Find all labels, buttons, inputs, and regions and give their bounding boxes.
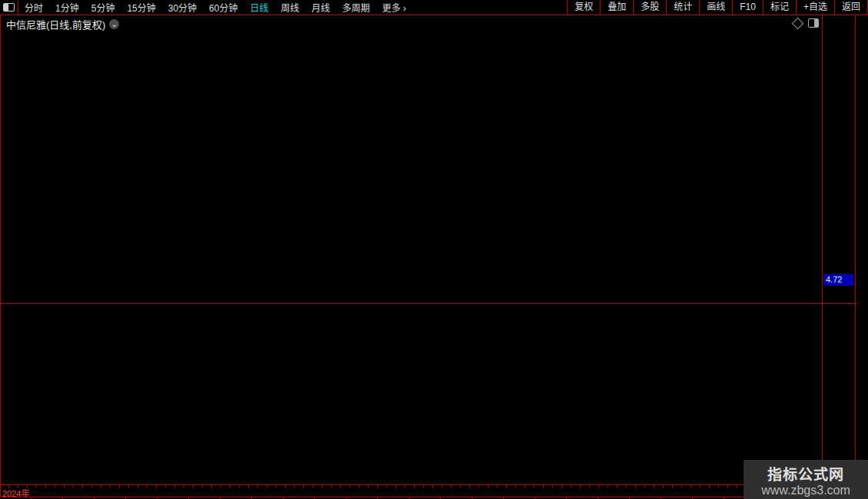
- watermark: 指标公式网 www.zbgs3.com: [744, 460, 868, 499]
- period-tab-分时[interactable]: 分时: [18, 1, 49, 14]
- watermark-url: www.zbgs3.com: [744, 484, 868, 497]
- left-border: [0, 15, 1, 497]
- split-window-icon[interactable]: [808, 18, 819, 28]
- period-tab-15分钟[interactable]: 15分钟: [121, 1, 161, 14]
- chart-title-row: 中信尼雅(日线,前复权) ⌄: [6, 17, 119, 31]
- toolbar-button-F10[interactable]: F10: [732, 0, 763, 15]
- last-price-marker: 4.72: [823, 274, 853, 286]
- indicator-chart[interactable]: [0, 304, 823, 484]
- toolbar-button-复权[interactable]: 复权: [567, 0, 600, 15]
- split-window-icon: [3, 3, 15, 12]
- candlestick-chart[interactable]: [0, 15, 823, 304]
- toolbar-button-画线[interactable]: 画线: [699, 0, 732, 15]
- chevron-down-icon[interactable]: ⌄: [109, 19, 119, 29]
- toolbar-button-统计[interactable]: 统计: [666, 0, 699, 15]
- period-tab-60分钟[interactable]: 60分钟: [203, 1, 244, 14]
- plot-axis-divider: [822, 15, 823, 485]
- page-title: 中信尼雅(日线,前复权): [6, 17, 105, 31]
- period-tab-月线[interactable]: 月线: [306, 1, 336, 14]
- toolbar-button-标记[interactable]: 标记: [763, 0, 796, 15]
- trading-app-window: 分时1分钟5分钟15分钟30分钟60分钟日线周线月线多周期更多 › 复权叠加多股…: [0, 0, 868, 499]
- top-toolbar: 分时1分钟5分钟15分钟30分钟60分钟日线周线月线多周期更多 › 复权叠加多股…: [0, 0, 868, 15]
- period-tab-多周期[interactable]: 多周期: [336, 1, 376, 14]
- toolbar-button-多股[interactable]: 多股: [633, 0, 666, 15]
- chart-corner-icons: [793, 18, 819, 28]
- toolbar-button-叠加[interactable]: 叠加: [600, 0, 633, 15]
- diamond-icon[interactable]: [792, 17, 804, 29]
- period-tab-1分钟[interactable]: 1分钟: [49, 1, 85, 14]
- period-tab-周线[interactable]: 周线: [274, 1, 305, 14]
- toolbar-actions: 复权叠加多股统计画线F10标记+自选返回: [567, 0, 868, 15]
- time-axis-ticks: [0, 485, 822, 488]
- year-label: 2024年: [2, 487, 29, 499]
- period-tab-日线[interactable]: 日线: [244, 1, 274, 14]
- period-tab-更多 ›[interactable]: 更多 ›: [376, 1, 412, 14]
- time-axis[interactable]: 2024年: [0, 484, 855, 497]
- toolbar-button-+自选[interactable]: +自选: [796, 0, 834, 15]
- period-tab-5分钟[interactable]: 5分钟: [85, 1, 121, 14]
- toolbar-button-返回[interactable]: 返回: [834, 0, 868, 15]
- watermark-title: 指标公式网: [744, 463, 868, 484]
- layout-toggle-button[interactable]: [0, 1, 18, 15]
- period-menu: 分时1分钟5分钟15分钟30分钟60分钟日线周线月线多周期更多 ›: [18, 1, 412, 14]
- period-tab-30分钟[interactable]: 30分钟: [162, 1, 203, 14]
- right-sidebar[interactable]: [855, 15, 868, 499]
- panel-divider: [0, 303, 855, 304]
